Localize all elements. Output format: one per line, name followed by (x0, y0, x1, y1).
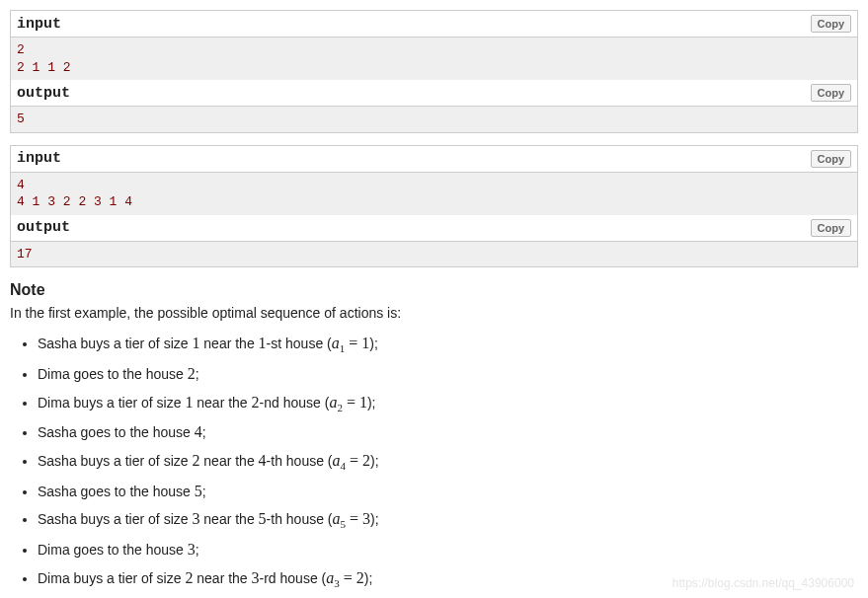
note-title: Note (10, 281, 858, 299)
copy-button[interactable]: Copy (811, 84, 852, 102)
note-step: Dima goes to the house 2; (38, 361, 858, 387)
input-header: input Copy (11, 146, 857, 173)
input-header: input Copy (11, 11, 857, 37)
note-steps: Sasha buys a tier of size 1 near the 1-s… (10, 331, 858, 598)
output-header: output Copy (11, 215, 857, 242)
input-body: 4 4 1 3 2 2 3 1 4 (11, 173, 857, 215)
copy-button[interactable]: Copy (811, 15, 852, 33)
note-step: Sasha goes to the house 5; (38, 479, 858, 504)
output-body: 5 (11, 107, 857, 132)
note-step: Dima buys a tier of size 2 near the 3-rd… (38, 565, 858, 593)
note-step: Sasha goes to the house 4; (38, 419, 858, 445)
copy-button[interactable]: Copy (811, 150, 852, 168)
input-label: input (17, 150, 61, 167)
output-body: 17 (11, 242, 857, 267)
note-step: Dima goes to the house 3; (38, 537, 858, 562)
output-label: output (17, 219, 70, 236)
example-2: input Copy 4 4 1 3 2 2 3 1 4 output Copy… (10, 145, 858, 268)
note-step: Sasha buys a tier of size 1 near the 1-s… (38, 331, 858, 358)
input-label: input (17, 16, 61, 33)
note-step: Sasha buys a tier of size 2 near the 4-t… (38, 448, 858, 476)
input-body: 2 2 1 1 2 (11, 37, 857, 80)
output-label: output (17, 85, 70, 102)
copy-button[interactable]: Copy (811, 219, 852, 237)
note-step: Dima buys a tier of size 1 near the 2-nd… (38, 390, 858, 417)
example-1: input Copy 2 2 1 1 2 output Copy 5 (10, 10, 858, 133)
note-step: Sasha buys a tier of size 3 near the 5-t… (38, 506, 858, 534)
note-intro: In the first example, the possible optim… (10, 305, 858, 321)
output-header: output Copy (11, 80, 857, 107)
